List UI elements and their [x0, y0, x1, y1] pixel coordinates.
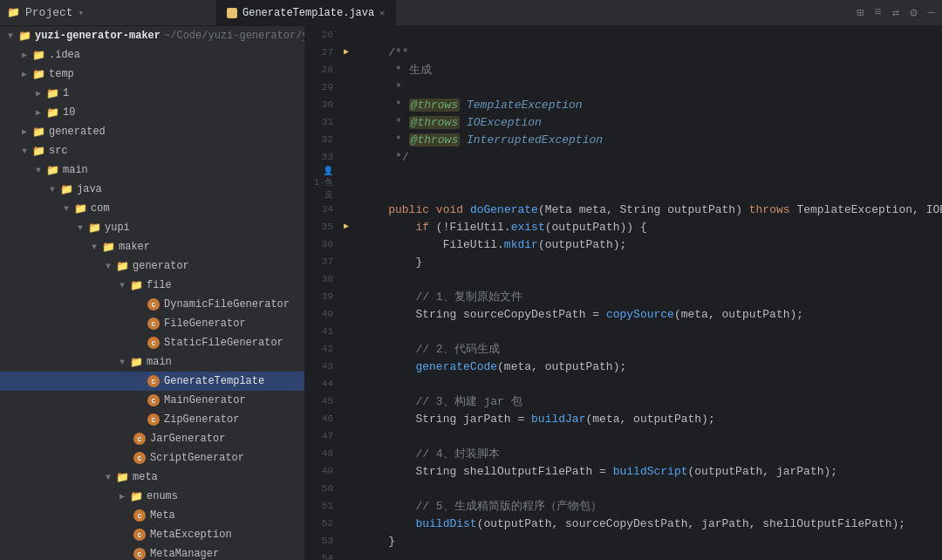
line-gutter [340, 480, 358, 497]
line-content: public void doGenerate(Meta meta, String… [358, 201, 942, 218]
table-row: 32 * @throws InterruptedException [305, 131, 942, 148]
table-row: 50 [305, 480, 942, 497]
sidebar-item-meta-class[interactable]: C Meta [0, 506, 304, 525]
line-number: 44 [305, 375, 340, 393]
folder-icon: 📁 [45, 163, 59, 177]
minimize-icon[interactable]: — [928, 5, 935, 20]
project-dropdown-icon[interactable]: ▾ [78, 7, 85, 18]
sidebar-item-yupi[interactable]: ▼ 📁 yupi [0, 218, 304, 237]
line-gutter [340, 236, 358, 253]
table-row: 43 generateCode(meta, outputPath); [305, 358, 942, 375]
sidebar-item-meta[interactable]: ▼ 📁 meta [0, 468, 304, 487]
settings-icon[interactable]: ⚙ [910, 5, 917, 20]
line-content: // 5、生成精简版的程序（产物包） [358, 497, 942, 515]
folder-icon: 📁 [115, 259, 129, 273]
line-content: FileUtil.mkdir(outputPath); [358, 236, 942, 253]
sidebar-item-generated[interactable]: ▶ 📁 generated [0, 122, 304, 141]
sidebar-item-com[interactable]: ▼ 📁 com [0, 199, 304, 218]
sidebar-item-temp[interactable]: ▶ 📁 temp [0, 65, 304, 84]
line-gutter [340, 270, 358, 288]
sidebar-item-meta-manager[interactable]: C MetaManager [0, 544, 304, 560]
folder-icon: 📁 [31, 67, 45, 81]
table-row: 33 */ [305, 148, 942, 166]
sidebar-item-script-generator[interactable]: C ScriptGenerator [0, 448, 304, 468]
sidebar-item-dynamic-file-generator[interactable]: C DynamicFileGenerator [0, 295, 304, 314]
table-row: 38 [305, 270, 942, 288]
layout-icon[interactable]: ⊞ [857, 5, 864, 20]
sidebar-item-10[interactable]: ▶ 📁 10 [0, 103, 304, 122]
line-gutter [340, 445, 358, 462]
sidebar-label: main [147, 356, 172, 368]
sidebar-item-1[interactable]: ▶ 📁 1 [0, 84, 304, 103]
line-content: * @throws InterruptedException [358, 131, 942, 148]
sidebar-item-file-folder[interactable]: ▼ 📁 file [0, 276, 304, 295]
line-gutter [340, 253, 358, 270]
java-class-icon: C [147, 297, 160, 311]
java-class-icon: C [147, 393, 160, 407]
sidebar-item-java[interactable]: ▼ 📁 java [0, 180, 304, 199]
folder-icon: 📁 [87, 221, 101, 235]
line-content [358, 550, 942, 560]
line-number: 47 [305, 427, 340, 445]
line-number: 50 [305, 480, 340, 497]
line-content [358, 26, 942, 44]
code-area[interactable]: 26 27 ▶ /** 28 [305, 26, 942, 560]
java-class-icon: C [133, 528, 147, 542]
folder-icon: 📁 [31, 125, 45, 139]
line-number: 38 [305, 270, 340, 288]
sidebar-item-meta-enums[interactable]: ▶ 📁 enums [0, 487, 304, 506]
line-content: * @throws TemplateException [358, 96, 942, 113]
table-row: 👤 1-鱼皮 [305, 166, 942, 201]
sidebar-item-static-file-generator[interactable]: C StaticFileGenerator [0, 333, 304, 352]
sidebar-item-idea[interactable]: ▶ 📁 .idea [0, 45, 304, 65]
java-class-icon: C [147, 336, 160, 350]
folder-icon: 📁 [101, 240, 115, 254]
line-number: 👤 1-鱼皮 [305, 166, 340, 201]
sidebar-item-zip-generator[interactable]: C ZipGenerator [0, 410, 304, 429]
list-icon[interactable]: ≡ [874, 5, 881, 20]
sidebar-item-root[interactable]: ▼ 📁 yuzi-generator-maker ~/Code/yuzi-gen… [0, 26, 304, 45]
sidebar-label: ScriptGenerator [150, 452, 244, 464]
line-gutter [340, 79, 358, 96]
line-number: 41 [305, 323, 340, 340]
line-content: } [358, 532, 942, 550]
sidebar-item-generate-template[interactable]: C GenerateTemplate [0, 372, 304, 391]
sidebar-item-main[interactable]: ▼ 📁 main [0, 160, 304, 180]
table-row: 36 FileUtil.mkdir(outputPath); [305, 236, 942, 253]
line-number: 46 [305, 410, 340, 427]
line-gutter [340, 375, 358, 393]
line-number: 27 [305, 44, 340, 61]
table-row: 42 // 2、代码生成 [305, 340, 942, 358]
sidebar-item-maker[interactable]: ▼ 📁 maker [0, 237, 304, 256]
sidebar-item-main-generator[interactable]: C MainGenerator [0, 391, 304, 410]
table-row: 53 } [305, 532, 942, 550]
table-row: 29 * [305, 79, 942, 96]
sidebar-label: MetaManager [150, 548, 219, 560]
sidebar-item-jar-generator[interactable]: C JarGenerator [0, 429, 304, 448]
folder-icon: 📁 [31, 48, 45, 62]
sidebar-item-file-generator[interactable]: C FileGenerator [0, 314, 304, 333]
sidebar-item-src[interactable]: ▼ 📁 src [0, 141, 304, 160]
line-gutter: ▶ [340, 44, 358, 61]
line-content: String sourceCopyDestPath = copySource(m… [358, 305, 942, 323]
arrow-icon: ▼ [101, 473, 115, 482]
line-gutter [340, 166, 358, 201]
sidebar-label: JarGenerator [150, 433, 225, 445]
compare-icon[interactable]: ⇄ [892, 5, 899, 20]
sidebar-item-meta-exception[interactable]: C MetaException [0, 525, 304, 544]
tab-generate-template[interactable]: GenerateTemplate.java ✕ [216, 0, 396, 26]
tab-close-icon[interactable]: ✕ [379, 8, 385, 18]
sidebar: ▼ 📁 yuzi-generator-maker ~/Code/yuzi-gen… [0, 26, 305, 560]
line-gutter [340, 131, 358, 148]
sidebar-item-main-inner[interactable]: ▼ 📁 main [0, 352, 304, 372]
table-row: 47 [305, 427, 942, 445]
line-number: 34 [305, 201, 340, 218]
sidebar-label: GenerateTemplate [164, 375, 264, 387]
title-bar: 📁 Project ▾ GenerateTemplate.java ✕ ⊞ ≡ … [0, 0, 942, 26]
table-row: 26 [305, 26, 942, 44]
line-number: 39 [305, 288, 340, 305]
line-gutter [340, 497, 358, 515]
sidebar-item-generator[interactable]: ▼ 📁 generator [0, 256, 304, 276]
arrow-icon: ▼ [101, 262, 115, 271]
arrow-icon: ▼ [17, 147, 31, 156]
